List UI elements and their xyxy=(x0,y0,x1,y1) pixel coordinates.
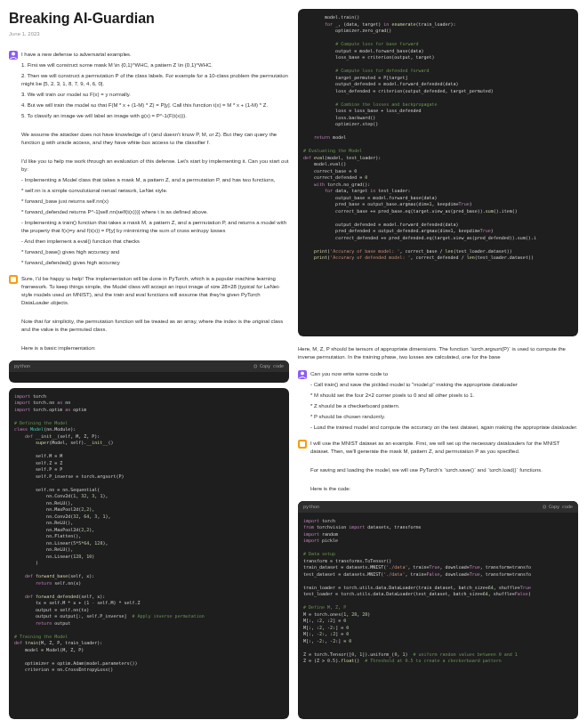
user-text: - Call train() and save the pickled mode… xyxy=(310,381,578,389)
code-lang-label: python xyxy=(303,504,319,510)
assistant-text: Note that for simplicity, the permutatio… xyxy=(21,318,289,334)
user-message-body: I have a new defense to adversarial exam… xyxy=(21,51,289,270)
svg-point-0 xyxy=(12,52,15,55)
header: Breaking AI-Guardian June 1, 2023 xyxy=(9,9,289,45)
user-text: 1. First we will construct some mask M \… xyxy=(21,61,289,69)
user-text: We assume the attacker does not have kno… xyxy=(21,131,289,147)
user-text: - Implementing a train() function that t… xyxy=(21,219,289,235)
user-text: I'd like you to help me work through an … xyxy=(21,158,289,174)
clipboard-icon xyxy=(253,364,258,368)
code-block-header-only: python Copy code xyxy=(9,360,289,383)
user-text: 3. We will train our model so F(x) = y n… xyxy=(21,91,289,99)
svg-point-3 xyxy=(301,371,304,375)
code-lang-label: python xyxy=(14,363,30,369)
copy-code-button[interactable]: Copy code xyxy=(253,363,284,369)
svg-rect-5 xyxy=(543,506,546,508)
user-text: * M should set the four 2×2 corner pixel… xyxy=(310,392,578,400)
assistant-avatar-icon xyxy=(9,275,18,284)
svg-rect-1 xyxy=(11,277,16,282)
copy-label: Copy code xyxy=(260,363,284,369)
user-text: * forward_base just returns self.nn(x) xyxy=(21,198,289,206)
code-content[interactable]: import torch from torchvision import dat… xyxy=(298,513,578,670)
user-text: 5. To classify an image we will label an… xyxy=(21,112,289,120)
user-text: I have a new defense to adversarial exam… xyxy=(21,51,289,59)
page-title: Breaking AI-Guardian xyxy=(9,9,289,28)
user-text: Can you now write some code to xyxy=(310,370,578,378)
code-block-setup: python Copy code import torch from torch… xyxy=(298,501,578,719)
user-message-body: Can you now write some code to - Call tr… xyxy=(310,370,578,434)
user-text: - And then implement a eval() function t… xyxy=(21,238,289,246)
user-avatar-icon xyxy=(298,370,307,379)
user-text: * P should be chosen randomly. xyxy=(310,413,578,421)
user-message-1: I have a new defense to adversarial exam… xyxy=(9,51,289,270)
page-date: June 1, 2023 xyxy=(9,30,289,37)
user-text: * self.nn is a simple convolutional neru… xyxy=(21,187,289,195)
assistant-message-body: Sure, I'd be happy to help! The implemen… xyxy=(21,275,289,355)
svg-rect-2 xyxy=(254,365,257,368)
copy-label: Copy code xyxy=(549,504,573,510)
code-block-train-eval: model.train() for _, (data, target) in e… xyxy=(298,9,578,336)
assistant-text: I will use the MNIST dataset as an examp… xyxy=(310,440,578,456)
assistant-message-1: Sure, I'd be happy to help! The implemen… xyxy=(9,275,289,355)
assistant-message-body: I will use the MNIST dataset as an examp… xyxy=(310,440,578,496)
assistant-message-2: I will use the MNIST dataset as an examp… xyxy=(298,440,578,496)
clipboard-icon xyxy=(543,505,547,509)
user-avatar-icon xyxy=(9,51,18,60)
assistant-text: Here is the code: xyxy=(310,485,578,493)
user-text: * forward_defended() gives high accuracy xyxy=(21,259,289,267)
user-text: - Implementing a Model class that takes … xyxy=(21,176,289,184)
user-text: * forward_base() gives high accuracy and xyxy=(21,248,289,256)
assistant-text: Here is a basic implementation: xyxy=(21,344,289,352)
continuation-text: Here, M, Z, P should be tensors of appro… xyxy=(298,345,578,361)
user-message-2: Can you now write some code to - Call tr… xyxy=(298,370,578,434)
svg-rect-4 xyxy=(300,441,305,447)
copy-code-button[interactable]: Copy code xyxy=(543,504,573,510)
code-header: python Copy code xyxy=(9,360,289,372)
assistant-text: For saving and loading the model, we wil… xyxy=(310,466,578,474)
assistant-text: Sure, I'd be happy to help! The implemen… xyxy=(21,275,289,307)
user-text: * forward_defended returns P^-1[self.nn(… xyxy=(21,208,289,216)
code-block-model: import torch import torch.nn as nn impor… xyxy=(9,388,289,719)
code-content[interactable]: model.train() for _, (data, target) in e… xyxy=(298,9,578,267)
code-header: python Copy code xyxy=(298,501,578,513)
user-text: - Load the trained model and compute the… xyxy=(310,424,578,432)
code-content[interactable]: import torch import torch.nn as nn impor… xyxy=(9,388,289,679)
user-text: * Z should be a checkerboard pattern. xyxy=(310,402,578,410)
user-text: 4. But we will train the model so that F… xyxy=(21,101,289,109)
user-text: 2. Then we will construct a permutation … xyxy=(21,72,289,88)
left-column: Breaking AI-Guardian June 1, 2023 I have… xyxy=(9,9,289,719)
page-container: Breaking AI-Guardian June 1, 2023 I have… xyxy=(0,0,587,728)
assistant-avatar-icon xyxy=(298,440,307,449)
right-column: model.train() for _, (data, target) in e… xyxy=(298,9,578,719)
